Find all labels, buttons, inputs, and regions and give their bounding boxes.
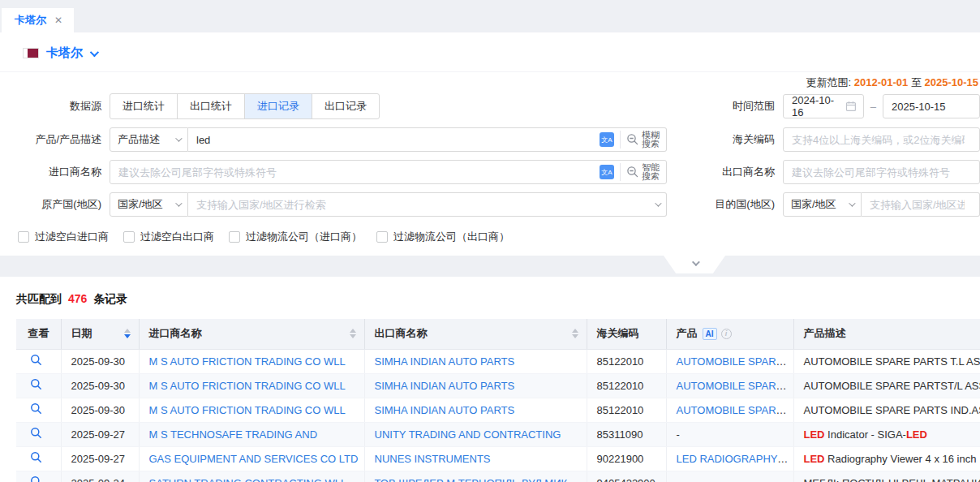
exporter-link[interactable]: UNITY TRADING AND CONTRACTING: [375, 428, 561, 441]
close-icon[interactable]: ✕: [54, 15, 62, 26]
sort-control-exporter[interactable]: [572, 329, 578, 338]
product-label: 产品/产品描述: [0, 132, 110, 147]
view-record-button[interactable]: [30, 402, 42, 415]
filter-checkbox-item[interactable]: 过滤空白出口商: [123, 230, 214, 244]
importer-link[interactable]: M S AUTO FRICTION TRADING CO WLL: [149, 404, 346, 416]
smart-search-toggle[interactable]: 智能搜索: [626, 163, 660, 181]
importer-link[interactable]: M S AUTO FRICTION TRADING CO WLL: [149, 380, 346, 392]
column-label: 海关编码: [597, 326, 639, 341]
sort-asc-icon: [572, 329, 578, 333]
calendar-icon: [845, 101, 857, 112]
view-record-button[interactable]: [30, 476, 42, 482]
product-link[interactable]: AUTOMOBILE SPARE P...: [677, 355, 794, 368]
column-label: 进口商名称: [149, 326, 202, 341]
destination-search-input[interactable]: [862, 194, 973, 215]
view-record-button[interactable]: [30, 378, 42, 390]
view-record-button[interactable]: [30, 427, 42, 439]
filter-checkbox-item[interactable]: 过滤物流公司（进口商）: [229, 230, 362, 244]
update-range-label: 更新范围:: [806, 76, 852, 88]
product-input[interactable]: [188, 129, 600, 150]
product-type-select[interactable]: 产品描述: [110, 127, 188, 152]
translate-icon[interactable]: 文A: [600, 165, 614, 179]
start-date-input[interactable]: 2024-10-16: [783, 94, 864, 118]
data-source-option[interactable]: 进口统计: [110, 94, 177, 118]
sort-control-date[interactable]: [124, 329, 131, 338]
column-label: 日期: [71, 326, 92, 341]
cell-importer: SATURN TRADING CONTRACTING WLL BUI...: [139, 471, 364, 482]
col-header-product: 产品AIi: [666, 319, 793, 349]
chevron-down-icon: [175, 135, 182, 141]
cell-importer: M S AUTO FRICTION TRADING CO WLL: [139, 373, 364, 398]
checkbox-label: 过滤物流公司（进口商）: [246, 230, 362, 244]
cell-exporter: SIMHA INDIAN AUTO PARTS: [364, 373, 587, 398]
destination-label: 目的国(地区): [667, 197, 783, 212]
col-header-importer[interactable]: 进口商名称: [139, 319, 364, 349]
tab-qatar[interactable]: 卡塔尔 ✕: [2, 8, 74, 32]
importer-link[interactable]: M S AUTO FRICTION TRADING CO WLL: [149, 355, 346, 368]
cell-view: [16, 373, 61, 398]
column-label: 出口商名称: [375, 326, 428, 341]
origin-search-input[interactable]: [188, 194, 655, 215]
exporter-link[interactable]: NUNES INSTRUMENTS: [375, 453, 491, 465]
importer-input[interactable]: [110, 161, 600, 183]
update-range-end: 2025-10-15: [925, 76, 979, 88]
view-record-button[interactable]: [30, 354, 42, 366]
count-suffix: 条记录: [93, 292, 127, 305]
column-label: 查看: [28, 326, 49, 341]
table-row: 2025-09-30M S AUTO FRICTION TRADING CO W…: [16, 349, 980, 373]
importer-link[interactable]: SATURN TRADING CONTRACTING WLL BUI...: [149, 477, 365, 482]
exporter-link[interactable]: SIMHA INDIAN AUTO PARTS: [375, 355, 515, 368]
exporter-input[interactable]: [784, 161, 973, 183]
col-header-exporter[interactable]: 出口商名称: [364, 319, 587, 349]
importer-link[interactable]: M S TECHNOSAFE TRADING AND: [149, 428, 318, 441]
divider: [620, 163, 621, 181]
checkbox[interactable]: [376, 231, 388, 243]
product-link[interactable]: LED RADIOGRAPHY VI...: [677, 453, 794, 465]
destination-country-select[interactable]: 国家/地区: [783, 192, 862, 217]
importer-input-wrap: 文A 智能搜索: [110, 160, 667, 184]
collapse-filter-button[interactable]: [664, 256, 725, 273]
checkbox[interactable]: [229, 231, 240, 243]
desc-text: AUTOMOBILE SPARE PARTS T.L ASSY ...: [804, 355, 980, 368]
sort-asc-icon: [124, 329, 131, 333]
filter-checkbox-item[interactable]: 过滤物流公司（出口商）: [376, 230, 509, 244]
search-icon: [30, 402, 42, 415]
translate-icon[interactable]: 文A: [600, 132, 614, 147]
end-date-value: 2025-10-15: [892, 101, 946, 113]
chevron-down-icon: [691, 258, 699, 266]
country-title: 卡塔尔: [46, 45, 83, 61]
view-record-button[interactable]: [30, 451, 42, 463]
origin-select-value: 国家/地区: [118, 197, 163, 212]
cell-importer: M S TECHNOSAFE TRADING AND: [139, 422, 364, 446]
data-source-option[interactable]: 出口记录: [312, 94, 379, 118]
origin-country-select[interactable]: 国家/地区: [110, 192, 188, 217]
header-cell-content: 进口商名称: [149, 326, 364, 341]
end-date-input[interactable]: 2025-10-15: [883, 94, 980, 118]
cell-date: 2025-09-27: [61, 446, 139, 471]
cell-view: [16, 422, 61, 446]
chevron-down-icon[interactable]: [90, 47, 99, 56]
fuzzy-search-toggle[interactable]: 模糊搜索: [626, 131, 660, 148]
tab-bar: 卡塔尔 ✕: [0, 0, 980, 32]
info-icon[interactable]: i: [721, 329, 732, 339]
col-header-date[interactable]: 日期: [61, 319, 139, 349]
exporter-link[interactable]: SIMHA INDIAN AUTO PARTS: [375, 380, 515, 392]
checkbox[interactable]: [18, 231, 29, 243]
data-source-option[interactable]: 出口统计: [177, 94, 244, 118]
data-source-option[interactable]: 进口记录: [244, 94, 312, 118]
exporter-link[interactable]: ТОВ ШРЕДЕР М ТЕРНОПІЛЬ ВУЛ МИКУЛИ...: [375, 477, 587, 482]
product-link[interactable]: AUTOMOBILE SPARE P...: [677, 404, 794, 416]
hs-code-input[interactable]: [784, 129, 973, 150]
exporter-link[interactable]: SIMHA INDIAN AUTO PARTS: [375, 404, 515, 416]
filter-panel: 更新范围: 2012-01-01 至 2025-10-15 数据源 进口统计出口…: [0, 72, 980, 244]
product-link[interactable]: AUTOMOBILE SPARE P...: [677, 380, 794, 392]
sort-desc-icon: [350, 334, 356, 338]
date-range-separator: –: [870, 101, 876, 113]
cell-view: [16, 349, 61, 373]
cell-product-desc: LED Indicator - SIGA-LED: [793, 422, 980, 446]
product-input-wrap: 文A 模糊搜索: [188, 127, 667, 152]
filter-checkbox-item[interactable]: 过滤空白进口商: [18, 230, 109, 244]
checkbox[interactable]: [123, 231, 135, 243]
sort-control-importer[interactable]: [350, 329, 356, 338]
importer-link[interactable]: GAS EQUIPMENT AND SERVICES CO LTD: [149, 453, 359, 465]
